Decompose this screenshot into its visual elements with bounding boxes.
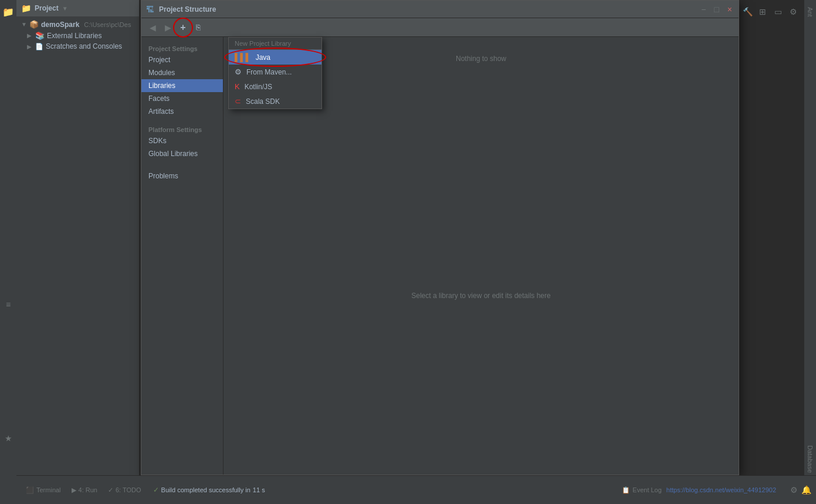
terminal-icon: ⬛ [26, 486, 34, 494]
java-label: Java [256, 53, 270, 62]
layout-icon[interactable]: ⊞ [756, 5, 769, 18]
event-log-label: Event Log [632, 486, 662, 493]
todo-icon: ✓ [108, 486, 113, 494]
dialog-toolbar: ◀ ▶ + ⎘ [141, 18, 739, 37]
dialog-icon: 🏗 [146, 5, 154, 14]
window-controls: − □ × [699, 5, 734, 14]
right-tool-panel: Ant Database [804, 0, 816, 475]
dialog-title: Project Structure [159, 5, 695, 13]
add-library-dropdown: New Project Library ▌▌▌ Java ⚙ From Mave… [228, 37, 322, 109]
tree-item-demospark[interactable]: ▼ 📦 demoSpark C:\Users\pc\Des [16, 19, 139, 30]
tree-item-label-demospark: demoSpark [41, 21, 79, 29]
maximize-btn[interactable]: □ [712, 5, 720, 14]
maven-label: From Maven... [246, 68, 292, 76]
bottom-tabs: ⬛ Terminal ▶ 4: Run ✓ 6: TODO [0, 482, 148, 498]
copy-btn[interactable]: ⎘ [192, 21, 205, 34]
tree-item-label-external-libs: External Libraries [47, 32, 101, 40]
nav-item-project[interactable]: Project [141, 53, 223, 66]
settings-icon[interactable]: ⚙ [787, 5, 800, 18]
project-settings-label: Project Settings [141, 42, 223, 53]
kotlin-label: Kotlin/JS [245, 83, 272, 91]
scala-label: Scala SDK [246, 97, 280, 106]
ant-label[interactable]: Ant [805, 5, 815, 19]
settings-gear-icon[interactable]: ⚙ [790, 485, 798, 495]
forward-btn[interactable]: ▶ [161, 21, 174, 34]
run-label: 4: Run [79, 486, 97, 493]
tree-item-label-scratches: Scratches and Consoles [46, 42, 122, 50]
scala-icon: ⊂ [235, 97, 241, 106]
project-panel: 📁 Project ▼ ▼ 📦 demoSpark C:\Users\pc\De… [16, 0, 140, 475]
dropdown-header: New Project Library [229, 38, 321, 50]
dropdown-item-java[interactable]: ▌▌▌ Java [229, 50, 321, 65]
project-panel-title: Project [35, 4, 59, 12]
select-library-text: Select a library to view or edit its det… [224, 292, 739, 300]
url-text: https://blog.csdn.net/weixin_44912902 [666, 486, 776, 493]
left-sidebar: 📁 ≡ ★ [0, 0, 16, 504]
java-bars-icon: ▌▌▌ [235, 53, 251, 62]
build-icon[interactable]: 🔨 [741, 5, 754, 18]
run-tab-icon: ▶ [72, 486, 76, 494]
project-folder-icon: 📁 [21, 4, 31, 13]
project-icon[interactable]: 📁 [1, 5, 15, 19]
tree-item-path: C:\Users\pc\Des [84, 21, 131, 28]
add-btn-wrapper: + [177, 21, 189, 34]
tree-item-scratches[interactable]: ▶ 📄 Scratches and Consoles [16, 41, 139, 52]
scratch-icon: 📄 [35, 43, 43, 50]
project-panel-header: 📁 Project ▼ [16, 0, 139, 16]
nav-item-modules[interactable]: Modules [141, 66, 223, 79]
build-time: 11 s [253, 486, 265, 493]
build-status-text: Build completed successfully in [161, 486, 250, 493]
dropdown-item-kotlin[interactable]: K Kotlin/JS [229, 79, 321, 94]
nav-item-facets[interactable]: Facets [141, 92, 223, 105]
nav-item-artifacts[interactable]: Artifacts [141, 105, 223, 118]
project-tree: ▼ 📦 demoSpark C:\Users\pc\Des ▶ 📚 Extern… [16, 16, 139, 54]
structure-icon[interactable]: ≡ [1, 297, 15, 312]
folder-icon: 📦 [29, 20, 39, 29]
nav-item-problems[interactable]: Problems [141, 170, 223, 182]
bottom-tab-todo[interactable]: ✓ 6: TODO [103, 483, 146, 496]
url-bar: https://blog.csdn.net/weixin_44912902 [666, 486, 776, 493]
project-settings-nav: Project Settings Project Modules Librari… [141, 37, 224, 475]
terminal-label: Terminal [36, 486, 61, 493]
bottom-bar: ⬛ Terminal ▶ 4: Run ✓ 6: TODO ✓ Build co… [0, 475, 816, 504]
scratches-arrow: ▶ [27, 43, 33, 50]
dropdown-item-scala[interactable]: ⊂ Scala SDK [229, 94, 321, 109]
arrow-icon: ▼ [21, 21, 27, 28]
maven-icon: ⚙ [235, 67, 242, 76]
bottom-tab-run[interactable]: ▶ 4: Run [67, 483, 102, 496]
project-structure-dialog: 🏗 Project Structure − □ × ◀ ▶ + ⎘ Pro [141, 0, 739, 475]
bottom-right-icons: ⚙ 🔔 [790, 485, 811, 495]
tree-item-external-libs[interactable]: ▶ 📚 External Libraries [16, 30, 139, 41]
notification-icon[interactable]: 🔔 [801, 485, 811, 495]
back-btn[interactable]: ◀ [146, 21, 159, 34]
minimize-btn[interactable]: − [699, 5, 707, 14]
todo-label: 6: TODO [116, 486, 141, 493]
build-status: ✓ Build completed successfully in 11 s [153, 486, 265, 494]
bottom-tab-terminal[interactable]: ⬛ Terminal [21, 483, 66, 496]
dialog-titlebar: 🏗 Project Structure − □ × [141, 1, 739, 18]
ide-window: 📁 ≡ ★ 📁 Project ▼ ▼ 📦 demoSpark C:\Users… [0, 0, 816, 504]
dropdown-item-maven[interactable]: ⚙ From Maven... [229, 65, 321, 79]
platform-settings-label: Platform Settings [141, 123, 223, 134]
project-dropdown-icon[interactable]: ▼ [62, 5, 68, 12]
external-libs-arrow: ▶ [27, 32, 33, 39]
kotlin-icon: K [235, 82, 240, 91]
close-btn[interactable]: × [726, 5, 734, 14]
event-log-tab[interactable]: 📋 Event Log [617, 483, 666, 496]
lib-icon: 📚 [35, 31, 45, 40]
frame-icon[interactable]: ▭ [771, 5, 784, 18]
add-library-btn[interactable]: + [177, 21, 189, 34]
nav-item-libraries[interactable]: Libraries [141, 79, 223, 92]
build-check-icon: ✓ [153, 486, 159, 494]
database-label[interactable]: Database [805, 443, 815, 475]
nav-item-global-libraries[interactable]: Global Libraries [141, 147, 223, 160]
event-log-icon: 📋 [622, 486, 630, 494]
favorites-icon[interactable]: ★ [1, 431, 15, 445]
nav-item-sdks[interactable]: SDKs [141, 134, 223, 147]
